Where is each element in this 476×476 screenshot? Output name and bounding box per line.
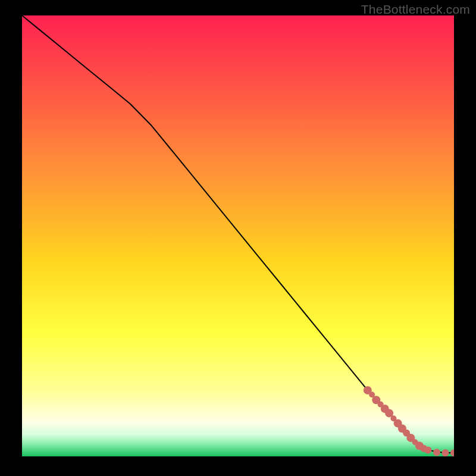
marker-dot (442, 449, 449, 456)
plot-svg (22, 15, 454, 456)
gradient-bg (22, 15, 454, 456)
chart-frame: TheBottleneck.com (0, 0, 476, 476)
watermark-text: TheBottleneck.com (361, 2, 470, 17)
marker-dot (424, 447, 431, 454)
marker-dot (433, 449, 440, 456)
plot-area (22, 15, 454, 456)
